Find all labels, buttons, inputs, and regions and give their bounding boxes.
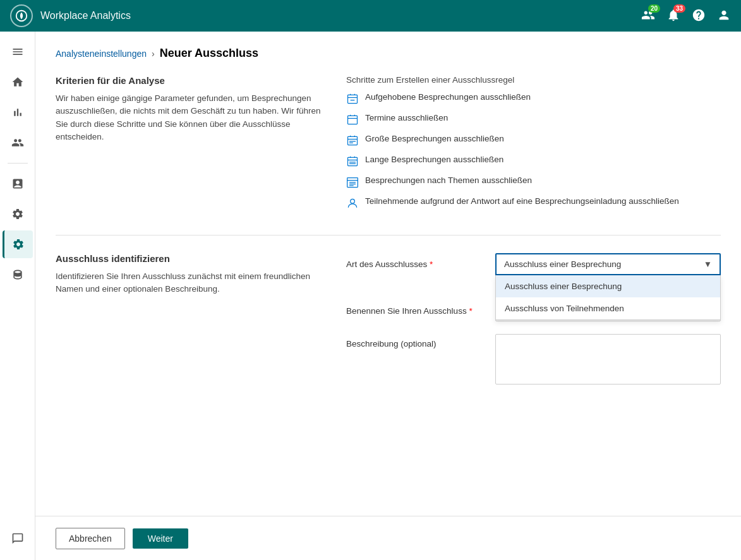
app-title: Workplace Analytics xyxy=(40,10,641,21)
identify-left: Ausschluss identifizieren Identifizieren… xyxy=(56,253,321,399)
type-required: * xyxy=(430,259,433,269)
type-dropdown-container: Ausschluss einer Besprechung ▼ Ausschlus… xyxy=(495,253,721,275)
topbar: Workplace Analytics 20 33 xyxy=(0,0,741,32)
people-badge: 20 xyxy=(648,4,660,13)
type-label: Art des Ausschlusses * xyxy=(346,259,485,269)
app-logo xyxy=(10,4,33,27)
identify-right: Art des Ausschlusses * Ausschluss einer … xyxy=(346,253,721,399)
footer: Abbrechen Weiter xyxy=(35,516,741,560)
desc-row: Beschreibung (optional) xyxy=(346,334,721,386)
dropdown-option-meeting[interactable]: Ausschluss einer Besprechung xyxy=(496,275,720,297)
identify-description: Identifizieren Sie Ihren Ausschluss zunä… xyxy=(56,270,321,296)
identify-title: Ausschluss identifizieren xyxy=(56,253,321,264)
sidebar-item-settings-active[interactable] xyxy=(3,230,33,258)
identify-section: Ausschluss identifizieren Identifizieren… xyxy=(56,253,721,399)
svg-rect-10 xyxy=(348,136,358,145)
step-4: Lange Besprechungen ausschließen xyxy=(346,155,721,168)
sidebar-item-home[interactable] xyxy=(3,68,33,96)
help-icon-button[interactable] xyxy=(692,8,706,24)
main-content: Analysteneinstellungen › Neuer Ausschlus… xyxy=(35,32,741,560)
svg-point-27 xyxy=(351,199,355,203)
step-4-label: Lange Besprechungen ausschließen xyxy=(365,155,503,164)
type-dropdown-value: Ausschluss einer Besprechung xyxy=(504,259,621,269)
name-label: Benennen Sie Ihren Ausschluss * xyxy=(346,306,485,316)
type-dropdown-field[interactable]: Ausschluss einer Besprechung ▼ xyxy=(495,253,721,275)
desc-textarea[interactable] xyxy=(495,334,721,384)
criteria-section: Kriterien für die Analyse Wir haben eini… xyxy=(56,75,721,217)
topbar-actions: 20 33 xyxy=(641,8,731,24)
criteria-description: Wir haben einige gängige Parameter gefun… xyxy=(56,92,321,143)
step-5-label: Besprechungen nach Themen ausschließen xyxy=(365,176,532,185)
criteria-right: Schritte zum Erstellen einer Ausschlussr… xyxy=(346,75,721,217)
step-3: Große Besprechungen ausschließen xyxy=(346,134,721,147)
people-icon-button[interactable]: 20 xyxy=(641,8,655,24)
sidebar-item-report[interactable] xyxy=(3,170,33,198)
svg-rect-6 xyxy=(348,116,358,124)
dropdown-arrow-icon: ▼ xyxy=(704,259,712,269)
step-6: Teilnehmende aufgrund der Antwort auf ei… xyxy=(346,196,721,210)
step-5: Besprechungen nach Themen ausschließen xyxy=(346,176,721,189)
desc-label: Beschreibung (optional) xyxy=(346,334,485,349)
app-layout: Analysteneinstellungen › Neuer Ausschlus… xyxy=(0,32,741,560)
bell-badge: 33 xyxy=(673,4,685,13)
criteria-title: Kriterien für die Analyse xyxy=(56,75,321,86)
bell-icon-button[interactable]: 33 xyxy=(666,8,680,24)
sidebar-item-settings[interactable] xyxy=(3,200,33,228)
criteria-left: Kriterien für die Analyse Wir haben eini… xyxy=(56,75,321,217)
type-dropdown-menu: Ausschluss einer Besprechung Ausschluss … xyxy=(495,275,721,320)
step-3-label: Große Besprechungen ausschließen xyxy=(365,134,504,143)
step-2: Termine ausschließen xyxy=(346,113,721,126)
sidebar-item-people[interactable] xyxy=(3,129,33,157)
name-required: * xyxy=(469,306,472,316)
sidebar xyxy=(0,32,35,560)
sidebar-item-database[interactable] xyxy=(3,261,33,289)
step-1-label: Aufgehobene Besprechungen ausschließen xyxy=(365,92,531,102)
type-row: Art des Ausschlusses * Ausschluss einer … xyxy=(346,253,721,275)
sidebar-divider-1 xyxy=(8,163,28,164)
breadcrumb-current: Neuer Ausschluss xyxy=(160,47,258,60)
breadcrumb-separator: › xyxy=(152,49,155,59)
sidebar-item-menu[interactable] xyxy=(3,38,33,66)
dropdown-option-attendee[interactable]: Ausschluss von Teilnehmenden xyxy=(496,297,720,319)
desc-field xyxy=(495,334,721,386)
step-2-label: Termine ausschließen xyxy=(365,113,448,122)
svg-rect-16 xyxy=(348,157,358,165)
step-6-label: Teilnehmende aufgrund der Antwort auf ei… xyxy=(365,196,679,206)
sidebar-item-feedback[interactable] xyxy=(3,525,33,552)
next-button[interactable]: Weiter xyxy=(133,528,188,549)
breadcrumb-parent[interactable]: Analysteneinstellungen xyxy=(56,49,147,59)
sidebar-item-chart[interactable] xyxy=(3,98,33,126)
steps-title: Schritte zum Erstellen einer Ausschlussr… xyxy=(346,75,721,85)
user-icon-button[interactable] xyxy=(717,8,731,24)
step-1: Aufgehobene Besprechungen ausschließen xyxy=(346,92,721,105)
svg-rect-1 xyxy=(348,95,358,103)
breadcrumb: Analysteneinstellungen › Neuer Ausschlus… xyxy=(56,47,721,60)
section-divider xyxy=(56,235,721,235)
cancel-button[interactable]: Abbrechen xyxy=(56,528,125,549)
